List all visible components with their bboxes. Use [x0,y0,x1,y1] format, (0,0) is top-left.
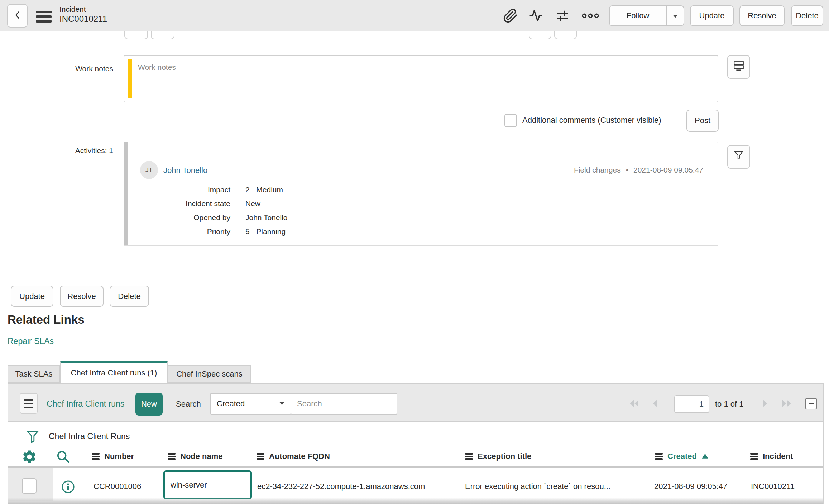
funnel-icon [734,150,744,163]
column-header-label: Exception title [478,452,531,461]
list-search-input[interactable] [291,393,397,415]
resolve-button-header[interactable]: Resolve [739,5,785,26]
additional-comments-checkbox[interactable] [504,114,517,127]
row-created: 2021-08-09 09:05:47 [654,482,727,491]
related-links-title: Related Links [8,313,85,326]
work-notes-accent-bar [128,59,132,98]
tab-task-slas[interactable]: Task SLAs [8,365,60,383]
list-search-icon[interactable] [56,450,70,465]
additional-comments-label: Additional comments (Customer visible) [522,116,661,125]
rows-icon [733,61,744,73]
field-label: Impact [136,185,230,194]
first-page-button[interactable] [626,398,641,410]
activity-field-changes: Impact 2 - Medium Incident state New Ope… [136,183,288,238]
resolve-button-label: Resolve [67,292,96,301]
work-notes-field-wrap [124,55,718,102]
activity-type: Field changes [574,166,621,174]
toggle-activity-fields-button[interactable] [727,55,750,79]
follow-dropdown-button[interactable] [666,5,684,26]
column-header-label: Automate FQDN [269,452,330,461]
row-info-icon[interactable] [61,480,75,495]
field-value: John Tonello [245,213,288,222]
next-page-button[interactable] [762,398,769,410]
resolve-button-label: Resolve [748,11,776,20]
previous-page-button[interactable] [651,398,658,410]
tab-label: Chef Infra Client runs (1) [71,368,157,378]
list-filter-icon[interactable] [26,430,39,447]
column-header-created-sorted[interactable]: Created [655,452,709,461]
update-button-label: Update [699,11,725,20]
header-bar: Incident INC0010211 Follow Update Resolv… [0,0,829,32]
column-header-number[interactable]: Number [92,452,134,461]
column-header-label: Created [667,452,697,461]
caret-down-icon [672,11,678,20]
context-menu-icon[interactable] [36,9,52,25]
search-field-select[interactable]: Created [210,393,291,415]
activity-field-row: Priority 5 - Planning [136,224,288,238]
row-node-name-value: win-server [171,480,207,490]
work-notes-input[interactable] [136,56,716,100]
new-record-button[interactable]: New [135,393,163,416]
record-type-title: Incident [59,5,107,14]
delete-button-label: Delete [796,11,819,20]
column-header-incident[interactable]: Incident [750,452,793,461]
update-button-header[interactable]: Update [690,5,734,26]
activity-stream-icon[interactable] [529,9,543,24]
field-value: 5 - Planning [245,227,286,236]
row-automate-fqdn: ec2-34-232-227-52.compute-1.amazonaws.co… [257,482,425,491]
activity-filter-button[interactable] [727,145,750,169]
row-node-name-edit-cell[interactable]: win-server [163,470,252,499]
list-context-menu-button[interactable] [20,393,38,414]
tab-label: Chef InSpec scans [176,369,243,379]
column-menu-icon [655,452,663,461]
follow-button[interactable]: Follow [609,5,666,26]
last-page-button[interactable] [780,398,795,410]
more-options-icon[interactable] [581,11,600,21]
repair-slas-link[interactable]: Repair SLAs [8,336,54,346]
column-header-label: Node name [180,452,223,461]
update-button-label: Update [19,292,45,301]
column-header-automate-fqdn[interactable]: Automate FQDN [257,452,330,461]
delete-button-header[interactable]: Delete [791,5,823,26]
page-number-input[interactable] [674,395,709,413]
header-divider [8,466,823,468]
activity-user-link[interactable]: John Tonello [163,166,207,175]
search-label: Search [176,399,201,409]
post-button[interactable]: Post [686,110,719,132]
row-incident-link[interactable]: INC0010211 [751,482,795,491]
viewport-bottom-fade [8,498,823,504]
list-breadcrumb-title: Chef Infra Client Runs [49,432,130,441]
list-settings-gear-icon[interactable] [21,449,37,466]
back-button[interactable] [7,4,28,28]
update-button-footer[interactable]: Update [11,286,53,307]
column-menu-icon [750,452,758,461]
record-number-title: INC0010211 [59,14,107,24]
field-value: New [245,199,260,208]
sliders-icon[interactable] [555,9,570,24]
tab-chef-inspec-scans[interactable]: Chef InSpec scans [168,365,251,383]
field-label: Priority [136,227,230,236]
work-notes-label: Work notes [36,64,113,73]
delete-button-label: Delete [118,292,141,301]
cutoff-button[interactable] [124,32,148,39]
delete-button-footer[interactable]: Delete [110,286,149,307]
resolve-button-footer[interactable]: Resolve [60,286,104,307]
minus-icon [809,403,814,404]
chevron-left-icon [13,10,22,22]
collapse-list-button[interactable] [805,398,817,410]
tab-chef-infra-client-runs[interactable]: Chef Infra Client runs (1) [60,361,168,383]
activities-count-label: Activities: 1 [36,146,113,155]
column-header-exception-title[interactable]: Exception title [465,452,531,461]
attachment-icon[interactable] [503,8,518,25]
cutoff-button[interactable] [554,32,577,39]
row-checkbox[interactable] [22,478,37,494]
tab-label: Task SLAs [15,369,53,379]
column-header-label: Incident [763,452,793,461]
field-value: 2 - Medium [245,185,283,194]
row-number-link[interactable]: CCR0001006 [94,482,141,491]
cutoff-button[interactable] [151,32,174,39]
caret-down-icon [279,401,285,407]
column-header-node-name[interactable]: Node name [168,452,223,461]
cutoff-button[interactable] [529,32,551,39]
list-title-link[interactable]: Chef Infra Client runs [47,399,124,409]
